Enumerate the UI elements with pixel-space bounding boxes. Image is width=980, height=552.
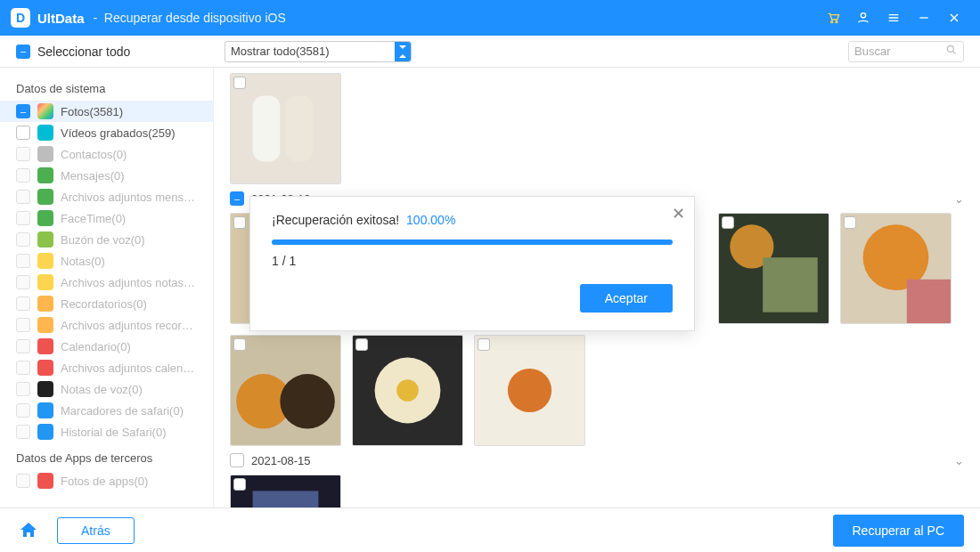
sidebar-item-checkbox[interactable] <box>16 403 30 418</box>
sidebar-item[interactable]: Calendario(0) <box>0 336 213 357</box>
sidebar-item-checkbox[interactable] <box>16 147 30 161</box>
sidebar-item[interactable]: Historial de Safari(0) <box>0 421 213 442</box>
svg-point-2 <box>861 13 865 18</box>
sidebar-section-system: Datos de sistema <box>0 73 213 101</box>
thumb-checkbox[interactable] <box>233 338 246 351</box>
sidebar-item[interactable]: Vídeos grabados(259) <box>0 122 213 143</box>
sidebar-item-label: Calendario(0) <box>61 340 197 353</box>
close-icon[interactable] <box>939 3 969 33</box>
sidebar-item-checkbox[interactable] <box>16 296 30 311</box>
thumb-checkbox[interactable] <box>233 77 246 89</box>
sidebar-item-checkbox[interactable] <box>16 168 30 183</box>
photo-thumb[interactable] <box>352 335 463 446</box>
filter-select[interactable]: Mostrar todo(3581) <box>225 41 412 62</box>
svg-point-19 <box>396 379 419 402</box>
sidebar-item-checkbox[interactable] <box>16 126 30 140</box>
accept-button[interactable]: Aceptar <box>580 284 673 313</box>
sidebar-item-icon <box>37 402 53 418</box>
group-checkbox[interactable]: – <box>230 191 244 206</box>
sidebar-item[interactable]: Mensajes(0) <box>0 165 213 186</box>
sidebar-item-label: Notas(0) <box>61 255 197 268</box>
sidebar-item-label: Buzón de voz(0) <box>61 233 197 247</box>
app-subtitle: - Recuperar desde dispositivo iOS <box>90 11 286 25</box>
sidebar-item[interactable]: Archivos adjuntos mensaje... <box>0 186 213 207</box>
thumb-checkbox[interactable] <box>233 216 246 229</box>
sidebar-item-checkbox[interactable] <box>16 232 30 247</box>
sidebar-item-checkbox[interactable]: – <box>16 104 30 118</box>
svg-point-3 <box>947 45 953 52</box>
sidebar-item-label: Notas de voz(0) <box>61 383 197 396</box>
svg-point-0 <box>831 21 833 23</box>
sidebar-item-icon <box>37 317 53 333</box>
photo-thumb[interactable] <box>230 335 341 446</box>
sidebar-item-checkbox[interactable] <box>16 318 30 332</box>
sidebar-item-icon <box>37 360 53 376</box>
sidebar-item-icon <box>37 231 53 248</box>
sidebar-item-checkbox[interactable] <box>16 190 30 204</box>
photo-thumb[interactable] <box>230 475 341 507</box>
photo-thumb[interactable] <box>840 213 951 324</box>
search-icon <box>945 44 958 59</box>
recover-button[interactable]: Recuperar al PC <box>833 515 965 547</box>
sidebar-item[interactable]: Notas de voz(0) <box>0 378 213 400</box>
photo-thumb[interactable] <box>718 213 829 324</box>
sidebar-item[interactable]: Buzón de voz(0) <box>0 229 213 250</box>
search-input[interactable]: Buscar <box>848 41 964 62</box>
sidebar-item-icon <box>37 338 53 354</box>
sidebar-item[interactable]: –Fotos(3581) <box>0 101 213 122</box>
sidebar-item-checkbox[interactable] <box>16 361 30 375</box>
sidebar-item[interactable]: Archivos adjuntos recordat... <box>0 314 213 336</box>
sidebar-section-thirdparty: Datos de Apps de terceros <box>0 442 213 470</box>
sidebar-item-icon <box>37 381 53 397</box>
group-date: 2021-08-15 <box>251 454 311 467</box>
progress-bar <box>272 239 673 245</box>
dialog-close-icon[interactable]: ✕ <box>672 204 685 223</box>
photo-group: 2021-08-15 ⌄ <box>230 453 964 507</box>
sidebar-item-checkbox[interactable] <box>16 382 30 396</box>
thumb-checkbox[interactable] <box>722 216 734 229</box>
cart-icon[interactable] <box>818 3 848 33</box>
chevron-down-icon[interactable]: ⌄ <box>954 454 964 467</box>
sidebar-item-checkbox[interactable] <box>16 339 30 353</box>
sidebar-item-label: Vídeos grabados(259) <box>61 126 197 140</box>
filter-select-label: Mostrar todo(3581) <box>231 45 330 58</box>
sidebar-item[interactable]: Archivos adjuntos calendari... <box>0 357 213 378</box>
sidebar-item-icon <box>37 103 53 119</box>
thumb-checkbox[interactable] <box>844 216 856 229</box>
chevron-updown-icon <box>395 42 411 61</box>
sidebar-item-icon <box>37 189 53 205</box>
sidebar-item[interactable]: Archivos adjuntos notas(0) <box>0 272 213 293</box>
photo-thumb[interactable] <box>474 335 585 446</box>
minimize-icon[interactable] <box>909 3 939 33</box>
sidebar-item-icon <box>37 473 53 489</box>
chevron-down-icon[interactable]: ⌄ <box>954 192 964 206</box>
group-checkbox[interactable] <box>230 453 244 467</box>
home-button[interactable] <box>16 518 41 543</box>
sidebar-item-checkbox[interactable] <box>16 275 30 289</box>
sidebar-item-checkbox[interactable] <box>16 254 30 268</box>
sidebar-item-checkbox[interactable] <box>16 211 30 225</box>
sidebar-item[interactable]: Recordatorios(0) <box>0 293 213 314</box>
thumb-checkbox[interactable] <box>355 338 368 351</box>
dialog-count: 1 / 1 <box>272 254 673 268</box>
back-button[interactable]: Atrás <box>57 517 135 544</box>
svg-rect-10 <box>763 257 818 313</box>
sidebar-item[interactable]: FaceTime(0) <box>0 207 213 229</box>
select-all-checkbox[interactable]: – <box>16 45 30 59</box>
sidebar-item[interactable]: Fotos de apps(0) <box>0 470 213 491</box>
thumb-checkbox[interactable] <box>233 478 246 491</box>
sidebar-item[interactable]: Notas(0) <box>0 250 213 272</box>
sidebar-item[interactable]: Contactos(0) <box>0 143 213 165</box>
svg-rect-6 <box>286 96 314 162</box>
sidebar[interactable]: Datos de sistema –Fotos(3581)Vídeos grab… <box>0 68 214 507</box>
thumb-checkbox[interactable] <box>478 338 490 351</box>
menu-icon[interactable] <box>878 3 909 33</box>
sidebar-item[interactable]: Marcadores de safari(0) <box>0 400 213 421</box>
sidebar-item-checkbox[interactable] <box>16 425 30 439</box>
titlebar: D UltData - Recuperar desde dispositivo … <box>0 0 980 36</box>
sidebar-item-label: Contactos(0) <box>61 148 197 161</box>
photo-thumb[interactable] <box>230 73 341 184</box>
sidebar-item-label: FaceTime(0) <box>61 212 197 225</box>
user-icon[interactable] <box>848 3 878 33</box>
sidebar-item-checkbox[interactable] <box>16 474 30 488</box>
